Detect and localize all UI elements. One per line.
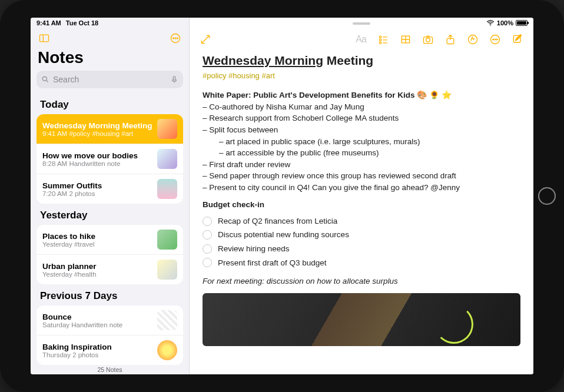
note-list[interactable]: Today Wednesday Morning Meeting 9:41 AM … xyxy=(31,93,189,374)
checklist-item[interactable]: Recap of Q2 finances from Leticia xyxy=(203,214,520,228)
note-item-subtitle: Yesterday #travel xyxy=(42,241,152,248)
note-thumbnail xyxy=(157,230,177,250)
note-body-line: – Split focus between xyxy=(203,124,520,136)
note-list-item[interactable]: Wednesday Morning Meeting 9:41 AM #polic… xyxy=(37,114,183,144)
note-list-item[interactable]: Places to hike Yesterday #travel xyxy=(37,225,183,255)
checklist-item[interactable]: Discus potential new funding sources xyxy=(203,228,520,242)
checklist-button[interactable] xyxy=(374,32,392,47)
note-body-line: – Co-authored by Nisha Kumar and Jay Mun… xyxy=(203,101,520,113)
note-item-title: Baking Inspiration xyxy=(42,343,152,351)
note-list-item[interactable]: Baking Inspiration Thursday 2 photos xyxy=(37,335,183,365)
editor-toolbar: Aa xyxy=(190,29,533,52)
note-item-subtitle: 9:41 AM #policy #housing #art xyxy=(42,130,152,137)
section-heading: White Paper: Public Art's Development Be… xyxy=(203,89,520,101)
svg-line-8 xyxy=(47,81,48,82)
note-thumbnail xyxy=(157,340,177,360)
note-item-subtitle: Saturday Handwritten note xyxy=(42,321,152,328)
text-format-button[interactable]: Aa xyxy=(352,32,370,47)
svg-point-26 xyxy=(497,39,498,40)
note-item-title: Summer Outfits xyxy=(42,181,152,190)
checkbox-icon[interactable] xyxy=(203,230,212,240)
note-list-item[interactable]: How we move our bodies 8:28 AM Handwritt… xyxy=(37,144,183,174)
note-list-item[interactable]: Urban planner Yesterday #health xyxy=(37,255,183,284)
checklist-item[interactable]: Present first draft of Q3 budget xyxy=(203,256,520,270)
svg-rect-1 xyxy=(40,35,49,42)
checklist-label: Review hiring needs xyxy=(218,243,290,255)
note-title: Wednesday Morning Meeting xyxy=(203,52,520,69)
note-item-title: Bounce xyxy=(42,313,152,321)
share-button[interactable] xyxy=(442,32,459,47)
note-list-item[interactable]: Summer Outfits 7:20 AM 2 photos xyxy=(37,174,183,204)
note-body-line: – Research support from Schoberl College… xyxy=(203,112,520,124)
search-icon xyxy=(41,75,49,84)
note-item-title: Wednesday Morning Meeting xyxy=(42,121,152,130)
note-body-line: – First draft under review xyxy=(203,159,520,171)
note-list-item[interactable]: Bounce Saturday Handwritten note xyxy=(37,305,183,335)
markup-button[interactable] xyxy=(464,32,482,47)
svg-point-10 xyxy=(379,36,381,38)
camera-button[interactable] xyxy=(419,32,437,47)
home-button[interactable] xyxy=(538,187,556,205)
svg-point-0 xyxy=(490,25,491,26)
checklist-item[interactable]: Review hiring needs xyxy=(203,242,520,256)
search-input[interactable]: Search xyxy=(37,71,183,88)
sidebar: Notes Search Today Wednesday Morning Mee… xyxy=(31,18,190,374)
mic-icon[interactable] xyxy=(170,75,178,84)
note-tags: #policy #housing #art xyxy=(203,71,520,82)
section-header: Yesterday xyxy=(37,204,183,225)
sidebar-toggle-button[interactable] xyxy=(37,31,52,46)
battery-icon xyxy=(516,20,527,26)
svg-point-12 xyxy=(379,39,381,41)
svg-point-24 xyxy=(493,39,494,40)
note-thumbnail xyxy=(157,179,177,199)
note-item-title: Places to hike xyxy=(42,232,152,241)
note-body-line: – art placed in public space (i.e. large… xyxy=(203,136,520,148)
wifi-icon xyxy=(486,20,495,26)
note-thumbnail xyxy=(157,260,177,280)
more-options-button[interactable] xyxy=(168,31,183,46)
checkbox-icon[interactable] xyxy=(203,217,212,226)
app-title: Notes xyxy=(31,48,189,71)
status-date: Tue Oct 18 xyxy=(66,19,98,26)
note-content[interactable]: Wednesday Morning Meeting #policy #housi… xyxy=(190,52,533,374)
emoji-group: 🎨 🌻 ⭐ xyxy=(417,90,452,99)
note-footer-line: For next meeting: discussion on how to a… xyxy=(203,275,520,287)
section-header: Previous 7 Days xyxy=(37,284,183,305)
battery-percent: 100% xyxy=(497,19,513,26)
checklist-label: Discus potential new funding sources xyxy=(218,229,349,241)
note-item-title: Urban planner xyxy=(42,262,152,271)
svg-point-22 xyxy=(469,35,477,44)
note-editor: Aa Wednesday Morning Meeting #policy #ho… xyxy=(190,18,533,374)
note-body-line: – art accessible by the public (free mus… xyxy=(203,147,520,159)
status-time: 9:41 AM xyxy=(37,19,61,26)
more-button[interactable] xyxy=(486,32,504,47)
note-item-subtitle: 7:20 AM 2 photos xyxy=(42,190,152,197)
note-thumbnail xyxy=(157,119,177,139)
checkbox-icon[interactable] xyxy=(203,244,212,254)
checkbox-icon[interactable] xyxy=(203,258,212,267)
svg-point-6 xyxy=(177,38,178,39)
sidebar-footer: 25 Notes xyxy=(31,366,189,373)
compose-button[interactable] xyxy=(509,32,526,47)
svg-point-5 xyxy=(175,38,176,39)
note-attached-image[interactable] xyxy=(203,293,520,346)
note-item-subtitle: 8:28 AM Handwritten note xyxy=(42,160,152,167)
search-placeholder: Search xyxy=(53,75,79,84)
svg-point-25 xyxy=(495,39,496,40)
note-body-line: – Send paper through review once this gr… xyxy=(203,170,520,182)
section-header: Today xyxy=(37,93,183,114)
svg-point-7 xyxy=(42,77,47,81)
expand-button[interactable] xyxy=(197,32,214,47)
note-item-subtitle: Yesterday #health xyxy=(42,271,152,278)
status-bar: 9:41 AM Tue Oct 18 100% xyxy=(31,18,533,28)
svg-point-14 xyxy=(379,42,381,44)
note-body-line: – Present to city council in Q4! Can you… xyxy=(203,182,520,194)
svg-rect-9 xyxy=(173,77,175,80)
svg-point-20 xyxy=(426,38,430,42)
table-button[interactable] xyxy=(397,32,414,47)
note-thumbnail xyxy=(157,310,177,330)
note-item-title: How we move our bodies xyxy=(42,151,152,160)
checklist-label: Present first draft of Q3 budget xyxy=(218,257,327,269)
svg-point-4 xyxy=(173,38,174,39)
note-item-subtitle: Thursday 2 photos xyxy=(42,351,152,358)
